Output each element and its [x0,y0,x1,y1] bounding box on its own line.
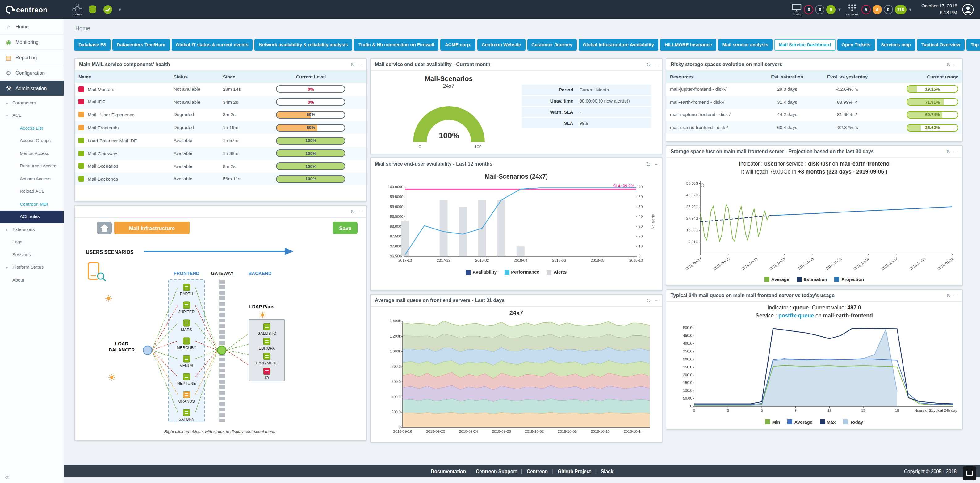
refresh-icon[interactable]: ↻ [946,61,951,68]
sidebar-subitem-extensions[interactable]: ▸Extensions [0,223,64,236]
save-button[interactable]: Save [333,222,358,234]
pollers-menu[interactable]: pollers [72,3,82,16]
collapse-icon[interactable]: − [654,61,658,68]
sidebar-subitem-about[interactable]: About [0,274,64,286]
services-counter-3[interactable]: 118 [894,5,907,14]
services-chevron-down-icon[interactable]: ▾ [909,7,912,12]
text-fragment: 497.0 [848,304,861,311]
services-counter-0[interactable]: 5 [861,5,870,14]
user-icon[interactable] [962,4,974,16]
footer-link-github-project[interactable]: Github Project [558,469,591,474]
collapse-icon[interactable]: − [358,61,362,68]
fullscreen-icon[interactable] [963,466,976,480]
refresh-icon[interactable]: ↻ [946,292,951,299]
load-balancer-node[interactable] [143,346,152,354]
component-name-cell: Mail-Gateways [75,147,170,160]
collapse-icon[interactable]: − [955,292,958,299]
sidebar-subitem-resources-access[interactable]: Resources Access [0,159,64,172]
tab-datacenters-tem-hum[interactable]: Datacenters Tem/Hum [112,39,170,51]
tab-mail-service-analysis[interactable]: Mail service analysis [718,39,773,51]
sidebar-subitem-centreon-mbi[interactable]: Centreon MBI [0,198,64,210]
nav-chevron-down-icon[interactable]: ▾ [119,7,121,12]
dashboard-tabs: Database FSDatacenters Tem/HumGlobal IT … [74,39,971,51]
sidebar-item-configuration[interactable]: ⚙Configuration [0,65,64,81]
sidebar-item-monitoring[interactable]: ◉Monitoring [0,35,64,50]
refresh-icon[interactable]: ↻ [350,209,355,215]
sidebar-subitem-acl[interactable]: ▾ACL [0,109,64,122]
centreon-app: centreon pollers [0,0,980,483]
sidebar-subitem-access-groups[interactable]: Access Groups [0,134,64,147]
hosts-counter-1[interactable]: 0 [815,5,825,14]
sidebar-item-reporting[interactable]: ▤Reporting [0,50,64,65]
storage-usage-cell: 71.91% [880,96,962,109]
footer-link-slack[interactable]: Slack [601,469,614,474]
refresh-icon[interactable]: ↻ [946,148,951,155]
collapse-icon[interactable]: − [358,209,362,215]
sidebar-item-home[interactable]: ⌂Home [0,19,64,35]
sidebar-subitem-platform-status[interactable]: ▸Platform Status [0,261,64,274]
collapse-icon[interactable]: − [955,148,958,155]
services-counter-1[interactable]: 4 [872,5,881,14]
breadcrumb[interactable]: Home [75,26,971,32]
level-bar-label: 0% [277,86,345,92]
component-name-cell: Mail-Frontends [75,121,170,134]
sidebar-subitem-logs[interactable]: Logs [0,236,64,248]
refresh-icon[interactable]: ↻ [646,297,651,304]
sidebar-subitem-reload-acl[interactable]: Reload ACL [0,185,64,198]
diagram-home-icon[interactable] [97,222,112,234]
hosts-counter-2[interactable]: 5 [827,5,836,14]
sidebar-subitem-label: ACL rules [20,214,40,220]
footer-link-documentation[interactable]: Documentation [431,469,466,474]
tab-customer-journey[interactable]: Customer Journey [527,39,577,51]
usage-bar: 69.74% [907,111,958,119]
sidebar-subitem-acl-rules[interactable]: ACL rules [0,210,64,223]
storage-projection-chart [670,176,958,276]
services-counter-2[interactable]: 0 [883,5,892,14]
legend-label: Max [827,419,835,425]
sla-row-0: PeriodCurrent Month [522,84,651,96]
tab-services-map[interactable]: Services map [877,39,915,51]
services-menu[interactable]: services [846,3,859,16]
footer-separator: | [595,469,597,474]
sidebar-subitem-parameters[interactable]: ▸Parameters [0,96,64,109]
tab-hillmore-insurance[interactable]: HILLMORE Insurance [660,39,716,51]
sidebar-subitem-actions-access[interactable]: Actions Access [0,172,64,185]
hosts-counter-0[interactable]: 0 [804,5,814,14]
sidebar-subitem-label: Centreon MBI [20,201,48,207]
collapse-icon[interactable]: − [654,297,658,304]
tab-global-it-status-current-events[interactable]: Global IT status & current events [171,39,253,51]
collapse-icon[interactable]: − [654,161,658,167]
panel-infrastructure-map: ↻− Mail InfrastructureSaveUSERS SCENARIO… [74,205,367,441]
tab-global-infrastructure-availability[interactable]: Global Infrastructure Availability [579,39,659,51]
hosts-menu[interactable]: hosts [792,3,802,16]
tab-trafic-nb-connection-on-firewall[interactable]: Trafic & Nb connection on Firewall [354,39,439,51]
tab-network-availability-reliability-analysis[interactable]: Network availability & reliability analy… [255,39,352,51]
configuration-icon: ⚙ [5,70,12,76]
usage-bar: 26.62% [907,124,958,131]
footer-link-centreon[interactable]: Centreon [527,469,548,474]
database-menu[interactable] [88,5,97,14]
tab-tactical-overview[interactable]: Tactical Overview [917,39,964,51]
sidebar-subitem-sessions[interactable]: Sessions [0,248,64,261]
sidebar-subitem-menus-access[interactable]: Menus Access [0,147,64,159]
sidebar-subitem-access-list[interactable]: Access List [0,122,64,134]
gateway-node[interactable] [217,346,226,354]
tab-mail-service-dashboard[interactable]: Mail Service Dashboard [774,39,835,51]
tab-open-tickets[interactable]: Open Tickets [837,39,875,51]
refresh-icon[interactable]: ↻ [350,61,355,68]
tab-database-fs[interactable]: Database FS [74,39,111,51]
footer-link-centreon-support[interactable]: Centreon Support [476,469,517,474]
refresh-icon[interactable]: ↻ [646,61,651,68]
centreon-logo[interactable]: centreon [0,6,64,14]
sidebar-item-administration[interactable]: ⚒Administration [0,81,64,96]
infrastructure-badge[interactable]: Mail Infrastructure [114,222,189,234]
storage-col-2: Evol. vs yesterday [815,71,881,83]
collapse-icon[interactable]: − [955,61,958,68]
status-ok-menu[interactable] [103,5,112,14]
refresh-icon[interactable]: ↻ [646,161,651,167]
tab-acme-corp-[interactable]: ACME corp. [441,39,476,51]
hosts-chevron-down-icon[interactable]: ▾ [838,7,841,12]
tab-centreon-website[interactable]: Centreon Website [477,39,525,51]
sidebar-collapse-button[interactable]: « [5,473,9,481]
tab-top-10[interactable]: Top 10 [966,39,980,51]
